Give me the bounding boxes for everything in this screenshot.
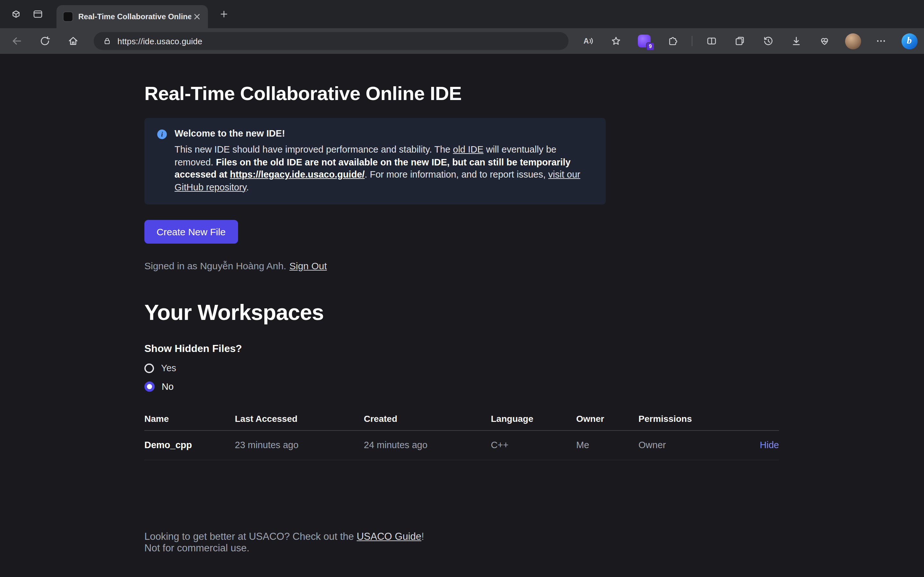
back-icon[interactable]	[8, 32, 26, 50]
sign-out-link[interactable]: Sign Out	[289, 260, 327, 271]
site-info-lock-icon[interactable]	[103, 37, 111, 45]
home-icon[interactable]	[64, 32, 82, 50]
favorites-star-icon[interactable]	[607, 32, 625, 50]
cell-created: 24 minutes ago	[364, 440, 491, 450]
cell-language: C++	[491, 440, 576, 450]
downloads-icon[interactable]	[787, 32, 805, 50]
copilot-bing-icon[interactable]	[900, 32, 918, 50]
workspaces-heading: Your Workspaces	[144, 300, 924, 325]
tab-title: Real-Time Collaborative Online IDE	[78, 12, 191, 21]
col-header-created: Created	[364, 414, 491, 424]
page-footer: Looking to get better at USACO? Check ou…	[144, 531, 924, 554]
cell-last-accessed: 23 minutes ago	[235, 440, 364, 450]
footer-usaco-line: Looking to get better at USACO? Check ou…	[144, 531, 924, 542]
browser-toolbar: https://ide.usaco.guide A 9	[0, 28, 924, 54]
tab-favicon-icon	[63, 11, 73, 22]
new-tab-icon[interactable]	[213, 3, 235, 25]
col-header-name: Name	[144, 414, 235, 424]
banner-body: Welcome to the new IDE! This new IDE sho…	[174, 128, 591, 193]
old-ide-link[interactable]: old IDE	[453, 144, 483, 155]
collections-icon[interactable]	[731, 32, 749, 50]
footer-text: Looking to get better at USACO? Check ou…	[144, 531, 357, 542]
legacy-ide-link[interactable]: https://legacy.ide.usaco.guide/	[230, 169, 365, 179]
extension-icon[interactable]	[664, 32, 682, 50]
col-header-permissions: Permissions	[638, 414, 719, 424]
col-header-last-accessed: Last Accessed	[235, 414, 364, 424]
banner-heading: Welcome to the new IDE!	[174, 128, 591, 139]
avatar-image	[845, 33, 861, 49]
tab-actions-icon[interactable]	[27, 3, 49, 25]
bing-logo-icon	[901, 33, 917, 49]
tab-close-icon[interactable]	[191, 11, 203, 23]
browser-essentials-icon[interactable]	[816, 32, 834, 50]
banner-segment: . For more information, and to report is…	[365, 169, 548, 179]
col-header-language: Language	[491, 414, 576, 424]
signed-in-status: Signed in as Nguyễn Hoàng Anh.Sign Out	[144, 260, 924, 271]
radio-yes-circle-icon[interactable]	[144, 363, 154, 373]
radio-no-label: No	[162, 382, 174, 392]
info-icon	[157, 129, 167, 139]
page-title: Real-Time Collaborative Online IDE	[144, 54, 924, 105]
radio-no-circle-icon[interactable]	[144, 382, 155, 392]
refresh-icon[interactable]	[36, 32, 54, 50]
extension-badge: 9	[646, 42, 654, 51]
radio-yes-label: Yes	[161, 363, 176, 373]
extension-purple-icon[interactable]: 9	[635, 32, 653, 50]
table-header-row: Name Last Accessed Created Language Owne…	[144, 414, 779, 431]
banner-segment: This new IDE should have improved perfor…	[174, 144, 453, 155]
cell-owner: Me	[576, 440, 638, 450]
radio-yes[interactable]: Yes	[144, 363, 176, 373]
banner-text: This new IDE should have improved perfor…	[174, 143, 591, 193]
tab-strip: Real-Time Collaborative Online IDE	[0, 0, 924, 28]
split-screen-icon[interactable]	[703, 32, 720, 50]
signed-in-text: Signed in as Nguyễn Hoàng Anh.	[144, 260, 286, 271]
table-row[interactable]: Demo_cpp 23 minutes ago 24 minutes ago C…	[144, 431, 779, 460]
info-banner: Welcome to the new IDE! This new IDE sho…	[144, 118, 606, 205]
footer-text: !	[421, 531, 424, 542]
banner-segment: .	[246, 182, 249, 192]
create-new-file-button[interactable]: Create New File	[144, 220, 238, 243]
address-bar[interactable]: https://ide.usaco.guide	[94, 32, 569, 50]
usaco-guide-link[interactable]: USACO Guide	[357, 531, 422, 542]
workspaces-table: Name Last Accessed Created Language Owne…	[144, 414, 779, 460]
hide-link[interactable]: Hide	[760, 440, 779, 450]
workspaces-icon[interactable]	[5, 3, 27, 25]
show-hidden-files-label: Show Hidden Files?	[144, 343, 924, 355]
page-content: Real-Time Collaborative Online IDE Welco…	[0, 54, 924, 577]
cell-name: Demo_cpp	[144, 440, 235, 450]
cell-permissions: Owner	[638, 440, 719, 450]
footer-notice: Not for commercial use.	[144, 542, 924, 554]
profile-avatar[interactable]	[844, 32, 862, 50]
history-icon[interactable]	[759, 32, 777, 50]
svg-text:A: A	[583, 37, 589, 45]
more-menu-icon[interactable]	[872, 32, 890, 50]
browser-tab[interactable]: Real-Time Collaborative Online IDE	[57, 5, 208, 28]
url-text[interactable]: https://ide.usaco.guide	[118, 36, 202, 46]
radio-no[interactable]: No	[144, 382, 174, 392]
read-aloud-icon[interactable]: A	[579, 32, 597, 50]
col-header-owner: Owner	[576, 414, 638, 424]
toolbar-divider	[692, 36, 692, 46]
